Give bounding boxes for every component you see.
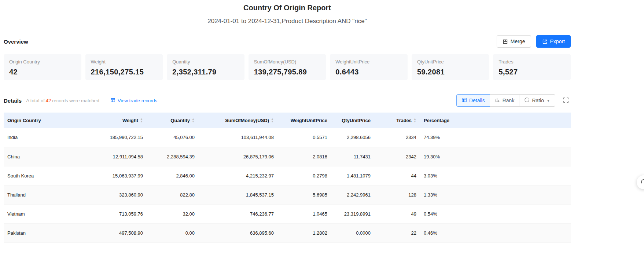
stat-card-label: Origin Country	[9, 59, 76, 65]
details-bar: Details A total of42records were matched…	[4, 94, 571, 107]
cell-percentage: 74.39%	[420, 128, 571, 147]
cell-percentage: 1.33%	[420, 185, 571, 204]
cell-qty-unit-price: 11.7431	[331, 147, 374, 166]
details-section-label: Details	[4, 98, 22, 104]
table-row: China 12,911,094.58 2,288,594.39 26,875,…	[4, 147, 571, 166]
tab-ratio-label: Ratio	[532, 98, 544, 103]
table-row: Thailand 323,860.90 822.80 1,845,537.15 …	[4, 185, 571, 204]
table-row: Vietnam 713,059.76 32.00 746,236.77 1.04…	[4, 204, 571, 223]
tab-rank[interactable]: Rank	[490, 94, 520, 107]
view-trade-records-link[interactable]: View trade records	[110, 98, 157, 104]
overview-bar: Overview Merge Export	[4, 34, 571, 48]
cell-sum-of-money: 636,895.60	[198, 223, 277, 242]
export-button-label: Export	[550, 38, 565, 44]
cell-weight-unit-price: 1.0465	[277, 204, 331, 223]
table-row: Pakistan 497,508.90 0.00 636,895.60 1.28…	[4, 223, 571, 242]
table-row: India 185,990,722.15 45,076.00 103,611,9…	[4, 128, 571, 147]
cell-qty-unit-price: 2,298.6056	[331, 128, 374, 147]
stat-card-label: SumOfMoney(USD)	[254, 59, 321, 65]
cell-weight-unit-price: 0.5571	[277, 128, 331, 147]
sort-icon: ▲▼	[413, 118, 416, 123]
stat-card-label: QtyUnitPrice	[417, 59, 484, 65]
cell-weight-unit-price: 5.6985	[277, 185, 331, 204]
cell-origin-country: India	[4, 128, 97, 147]
stat-card-sum-of-money: SumOfMoney(USD) 139,275,795.89	[249, 54, 326, 80]
fullscreen-icon	[563, 97, 569, 104]
sort-icon: ▲▼	[271, 118, 274, 123]
match-prefix: A total of	[26, 98, 45, 103]
cell-origin-country: Thailand	[4, 185, 97, 204]
cell-percentage: 3.03%	[420, 166, 571, 185]
column-header-qty-unit-price: QtyUnitPrice	[331, 113, 374, 128]
stat-card-qty-unit-price: QtyUnitPrice 59.2081	[412, 54, 489, 80]
cell-quantity: 45,076.00	[147, 128, 198, 147]
report-subtitle: 2024-01-01 to 2024-12-31,Product Descrip…	[4, 18, 571, 25]
column-header-quantity[interactable]: Quantity▲▼	[147, 113, 198, 128]
merge-icon	[503, 39, 508, 44]
cell-sum-of-money: 746,236.77	[198, 204, 277, 223]
stat-card-value: 139,275,795.89	[254, 68, 321, 76]
details-bar-left: Details A total of42records were matched…	[4, 98, 157, 104]
fullscreen-button[interactable]	[561, 95, 571, 106]
tab-details-label: Details	[469, 98, 485, 103]
column-header-origin-country: Origin Country	[4, 113, 97, 128]
view-trade-records-label: View trade records	[118, 98, 157, 103]
stat-card-label: Weight	[91, 59, 158, 65]
cell-sum-of-money: 4,215,232.97	[198, 166, 277, 185]
cell-weight-unit-price: 0.2798	[277, 166, 331, 185]
cell-percentage: 0.46%	[420, 223, 571, 242]
match-summary: A total of42records were matched	[26, 98, 99, 103]
stat-card-quantity: Quantity 2,352,311.79	[167, 54, 244, 80]
cell-weight: 713,059.76	[97, 204, 147, 223]
column-header-percentage: Percentage	[420, 113, 571, 128]
stat-card-trades: Trades 5,527	[493, 54, 571, 80]
cell-sum-of-money: 26,875,179.06	[198, 147, 277, 166]
cell-trades: 49	[374, 204, 420, 223]
cell-weight: 323,860.90	[97, 185, 147, 204]
cell-weight: 185,990,722.15	[97, 128, 147, 147]
table-header-row: Origin Country Weight▲▼ Quantity▲▼ SumOf…	[4, 113, 571, 128]
support-fab[interactable]	[637, 175, 644, 189]
view-mode-switcher: Details Rank Ratio	[456, 94, 555, 107]
cell-trades: 2342	[374, 147, 420, 166]
stat-card-value: 5,527	[498, 68, 565, 76]
tab-details[interactable]: Details	[456, 94, 490, 107]
sort-icon: ▲▼	[140, 118, 143, 123]
merge-button[interactable]: Merge	[497, 35, 531, 48]
match-suffix: records were matched	[52, 98, 99, 103]
cell-weight: 497,508.90	[97, 223, 147, 242]
tab-ratio[interactable]: Ratio ▼	[519, 94, 555, 107]
overview-actions: Merge Export	[497, 35, 571, 48]
cell-weight-unit-price: 1.2802	[277, 223, 331, 242]
cell-sum-of-money: 103,611,944.08	[198, 128, 277, 147]
stat-card-origin-country: Origin Country 42	[4, 54, 81, 80]
stat-card-weight: Weight 216,150,275.15	[85, 54, 163, 80]
stat-card-label: WeightUnitPrice	[335, 59, 402, 65]
cell-sum-of-money: 1,845,537.15	[198, 185, 277, 204]
overview-cards: Origin Country 42 Weight 216,150,275.15 …	[4, 54, 571, 80]
cell-origin-country: China	[4, 147, 97, 166]
stat-card-label: Trades	[498, 59, 565, 65]
cell-weight: 12,911,094.58	[97, 147, 147, 166]
rank-icon	[495, 97, 500, 104]
export-button[interactable]: Export	[536, 35, 571, 48]
column-header-weight-unit-price: WeightUnitPrice	[277, 113, 331, 128]
column-header-sum-of-money[interactable]: SumOfMoney(USD)▲▼	[198, 113, 277, 128]
stat-card-value: 0.6443	[335, 68, 402, 76]
stat-card-label: Quantity	[172, 59, 239, 65]
column-header-weight[interactable]: Weight▲▼	[97, 113, 147, 128]
cell-qty-unit-price: 1,481.1079	[331, 166, 374, 185]
column-header-trades[interactable]: Trades▲▼	[374, 113, 420, 128]
cell-weight: 15,063,937.99	[97, 166, 147, 185]
cell-qty-unit-price: 2,242.9961	[331, 185, 374, 204]
details-bar-right: Details Rank Ratio	[456, 94, 571, 107]
cell-origin-country: Vietnam	[4, 204, 97, 223]
cell-origin-country: South Korea	[4, 166, 97, 185]
cell-trades: 128	[374, 185, 420, 204]
stat-card-weight-unit-price: WeightUnitPrice 0.6443	[330, 54, 408, 80]
cell-percentage: 0.54%	[420, 204, 571, 223]
stat-card-value: 59.2081	[417, 68, 484, 76]
cell-weight-unit-price: 2.0816	[277, 147, 331, 166]
tab-rank-label: Rank	[503, 98, 515, 103]
page-title: Country Of Origin Report	[4, 0, 571, 12]
